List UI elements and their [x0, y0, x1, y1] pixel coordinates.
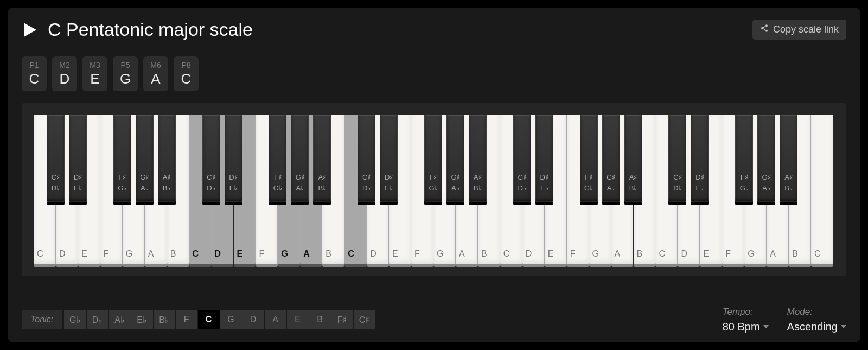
white-key-label: B	[326, 249, 331, 259]
interval-chip[interactable]: M6A	[143, 56, 168, 91]
black-key-label: D♯E♭	[691, 172, 709, 193]
interval-note: D	[60, 72, 70, 86]
tonic-option[interactable]: E♭	[131, 310, 153, 329]
black-key[interactable]: C♯D♭	[202, 115, 220, 202]
black-key[interactable]: A♯B♭	[624, 115, 642, 202]
black-key-label: F♯G♭	[735, 172, 753, 193]
black-key[interactable]: D♯E♭	[69, 115, 87, 202]
white-key[interactable]: C	[811, 115, 833, 264]
black-key[interactable]: G♯A♭	[602, 115, 620, 202]
white-key-label: A	[615, 249, 621, 259]
interval-label: M2	[59, 61, 69, 69]
white-key-label: C	[348, 249, 354, 259]
black-key[interactable]: A♯B♭	[158, 115, 176, 202]
black-key[interactable]: C♯D♭	[513, 115, 531, 202]
white-key-label: C	[193, 249, 199, 259]
black-key-label: F♯G♭	[580, 172, 598, 193]
tempo-control[interactable]: Tempo: 80 Bpm	[723, 307, 769, 333]
interval-note: C	[29, 72, 40, 86]
black-key[interactable]: A♯B♭	[780, 115, 797, 202]
tonic-option[interactable]: B	[309, 310, 331, 329]
black-key-label: A♯B♭	[313, 172, 331, 193]
white-key-label: A	[303, 249, 310, 259]
black-key[interactable]: C♯D♭	[358, 115, 375, 202]
white-key-label: E	[81, 249, 87, 259]
interval-label: P5	[120, 61, 130, 69]
tempo-label: Tempo:	[723, 307, 769, 317]
svg-point-2	[761, 27, 763, 29]
white-key-label: C	[814, 249, 821, 259]
tonic-option[interactable]: D	[242, 310, 264, 329]
black-key[interactable]: F♯G♭	[735, 115, 753, 202]
white-key-label: G	[437, 249, 443, 259]
white-key-label: A	[459, 249, 465, 259]
white-key-label: F	[725, 249, 731, 259]
black-key-label: G♯A♭	[291, 172, 309, 193]
tonic-option[interactable]: D♭	[87, 310, 108, 329]
black-key-label: D♯E♭	[535, 172, 553, 193]
tonic-option[interactable]: G	[220, 310, 242, 329]
black-key[interactable]: G♯A♭	[757, 115, 775, 202]
black-key[interactable]: F♯G♭	[580, 115, 598, 202]
black-key-label: C♯D♭	[47, 172, 65, 193]
tonic-option[interactable]: F	[176, 310, 197, 329]
black-key-label: A♯B♭	[469, 172, 487, 193]
black-key[interactable]: G♯A♭	[291, 115, 309, 202]
black-key-label: A♯B♭	[158, 172, 176, 193]
tonic-option[interactable]: B♭	[154, 310, 175, 329]
tonic-option[interactable]: C♯	[354, 310, 375, 329]
black-key[interactable]: G♯A♭	[136, 115, 154, 202]
keyboard: CC♯D♭DD♯E♭EFF♯G♭GG♯A♭AA♯B♭BCC♯D♭DD♯E♭EFF…	[34, 115, 834, 264]
interval-note: C	[181, 72, 192, 86]
interval-label: P1	[29, 61, 39, 69]
copy-scale-link-button[interactable]: Copy scale link	[752, 20, 846, 40]
mode-control[interactable]: Mode: Ascending	[787, 307, 846, 333]
white-key-label: E	[237, 249, 243, 259]
interval-chip[interactable]: P5G	[113, 56, 138, 91]
white-key-label: C	[659, 249, 665, 259]
tonic-option[interactable]: F♯	[331, 310, 353, 329]
black-key[interactable]: F♯G♭	[424, 115, 442, 202]
black-key[interactable]: G♯A♭	[446, 115, 464, 202]
black-key-label: C♯D♭	[202, 172, 220, 193]
black-key[interactable]: D♯E♭	[691, 115, 709, 202]
black-key-label: F♯G♭	[269, 172, 286, 193]
white-key-label: G	[281, 249, 288, 259]
tonic-option[interactable]: E	[287, 310, 309, 329]
white-key-label: F	[259, 249, 264, 259]
white-key-label: D	[526, 249, 532, 259]
chevron-down-icon	[841, 325, 846, 328]
play-icon[interactable]	[22, 22, 38, 38]
tonic-option[interactable]: C	[198, 310, 220, 329]
interval-chip[interactable]: M2D	[52, 56, 77, 91]
tonic-option[interactable]: A♭	[109, 310, 131, 329]
svg-point-3	[765, 30, 768, 32]
interval-chip[interactable]: M3E	[82, 56, 107, 91]
black-key[interactable]: D♯E♭	[535, 115, 553, 202]
black-key-label: D♯E♭	[69, 172, 87, 193]
interval-note: E	[90, 72, 99, 86]
tempo-value[interactable]: 80 Bpm	[723, 321, 769, 333]
black-key-label: C♯D♭	[358, 172, 375, 193]
tonic-option[interactable]: A	[265, 310, 286, 329]
black-key[interactable]: C♯D♭	[47, 115, 65, 202]
black-key[interactable]: D♯E♭	[380, 115, 398, 202]
mode-value[interactable]: Ascending	[787, 321, 846, 333]
white-key-label: B	[170, 249, 176, 259]
black-key[interactable]: F♯G♭	[269, 115, 286, 202]
white-key-label: F	[414, 249, 420, 259]
black-key[interactable]: F♯G♭	[113, 115, 131, 202]
white-key-label: B	[481, 249, 487, 259]
tonic-option[interactable]: G♭	[64, 310, 86, 329]
black-key[interactable]: A♯B♭	[313, 115, 331, 202]
black-key[interactable]: C♯D♭	[668, 115, 686, 202]
svg-marker-0	[24, 23, 36, 37]
white-key-label: E	[703, 249, 709, 259]
interval-chip[interactable]: P8C	[174, 56, 199, 91]
black-key[interactable]: A♯B♭	[469, 115, 487, 202]
white-key-label: D	[681, 249, 687, 259]
white-key-label: D	[215, 249, 221, 259]
chevron-down-icon	[763, 325, 769, 328]
interval-chip[interactable]: P1C	[22, 56, 47, 91]
black-key[interactable]: D♯E♭	[225, 115, 242, 202]
